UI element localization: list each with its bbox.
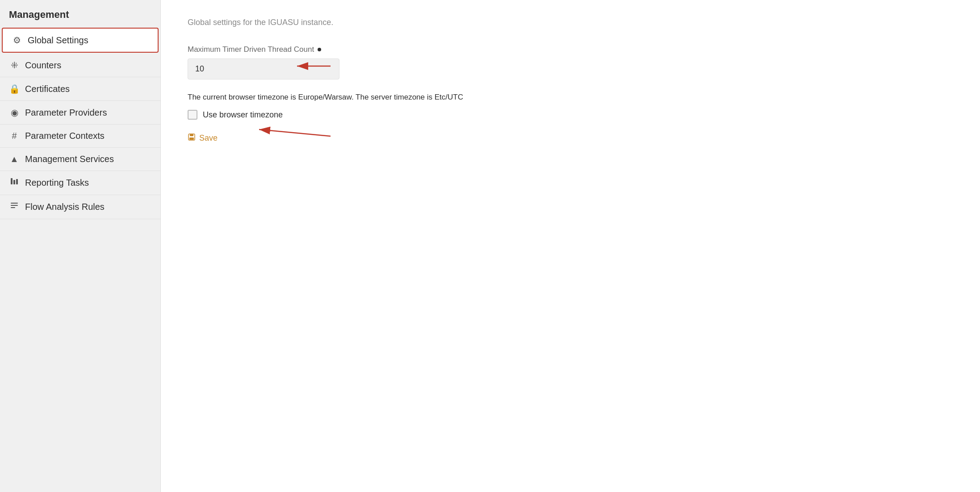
timer-thread-count-input[interactable] <box>188 58 339 79</box>
svg-rect-4 <box>11 205 18 206</box>
sidebar-item-certificates[interactable]: 🔒 Certificates <box>0 77 160 101</box>
sidebar: Management ⚙ Global Settings ⁜ Counters … <box>0 0 161 492</box>
management-services-icon: ▲ <box>9 154 20 164</box>
sidebar-management-heading: Management <box>0 0 160 27</box>
timezone-info-text: The current browser timezone is Europe/W… <box>188 93 953 102</box>
timer-field-label: Maximum Timer Driven Thread Count <box>188 45 953 54</box>
use-browser-timezone-row: Use browser timezone <box>188 110 953 120</box>
timer-field-section: Maximum Timer Driven Thread Count <box>188 45 953 79</box>
reporting-tasks-icon <box>9 177 20 188</box>
svg-rect-3 <box>11 203 18 204</box>
main-content: Global settings for the IGUASU instance.… <box>161 0 980 492</box>
svg-rect-0 <box>11 178 13 184</box>
sidebar-item-parameter-providers[interactable]: ◉ Parameter Providers <box>0 101 160 125</box>
sidebar-item-label: Parameter Contexts <box>25 131 105 141</box>
sidebar-item-label: Counters <box>25 60 61 71</box>
gear-icon: ⚙ <box>12 35 22 46</box>
sidebar-item-label: Management Services <box>25 154 114 164</box>
sidebar-item-label: Global Settings <box>28 35 88 46</box>
use-browser-timezone-checkbox[interactable] <box>188 110 197 120</box>
sidebar-item-reporting-tasks[interactable]: Reporting Tasks <box>0 171 160 195</box>
svg-rect-1 <box>13 180 15 184</box>
flow-analysis-icon <box>9 201 20 213</box>
sidebar-item-label: Certificates <box>25 84 70 94</box>
sidebar-item-counters[interactable]: ⁜ Counters <box>0 54 160 77</box>
sidebar-item-parameter-contexts[interactable]: # Parameter Contexts <box>0 125 160 148</box>
save-button[interactable]: Save <box>188 133 218 143</box>
lock-icon: 🔒 <box>9 83 20 94</box>
save-icon <box>188 133 196 143</box>
sidebar-item-global-settings[interactable]: ⚙ Global Settings <box>2 28 159 53</box>
required-indicator <box>318 48 321 51</box>
sidebar-item-label: Reporting Tasks <box>25 178 89 188</box>
page-description: Global settings for the IGUASU instance. <box>188 18 953 27</box>
counters-icon: ⁜ <box>9 60 20 71</box>
save-label: Save <box>199 133 218 143</box>
svg-line-11 <box>259 129 331 136</box>
parameter-providers-icon: ◉ <box>9 107 20 118</box>
sidebar-item-label: Parameter Providers <box>25 108 107 118</box>
svg-rect-2 <box>16 179 18 184</box>
sidebar-item-management-services[interactable]: ▲ Management Services <box>0 148 160 171</box>
sidebar-item-label: Flow Analysis Rules <box>25 202 105 212</box>
svg-rect-7 <box>190 134 193 136</box>
hash-icon: # <box>9 131 20 141</box>
svg-rect-5 <box>11 207 15 208</box>
svg-rect-8 <box>189 138 194 140</box>
use-browser-timezone-label: Use browser timezone <box>203 110 283 120</box>
sidebar-item-flow-analysis-rules[interactable]: Flow Analysis Rules <box>0 195 160 219</box>
